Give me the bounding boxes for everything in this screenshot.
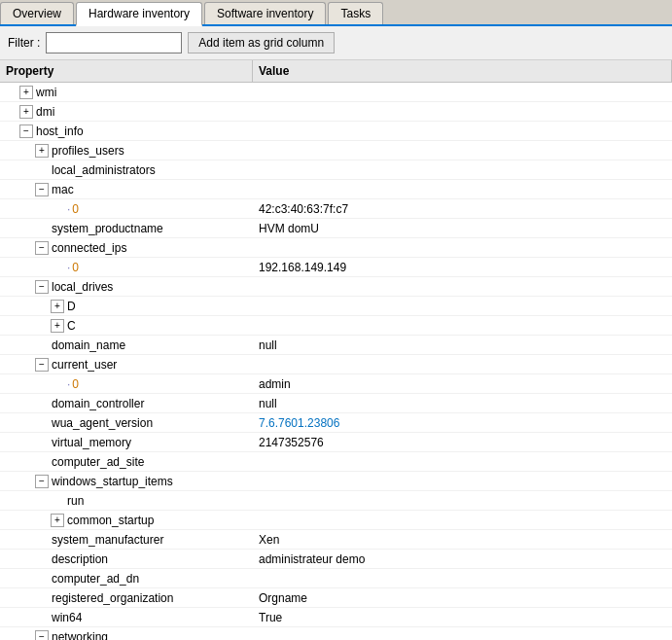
property-key: dmi [36,105,54,119]
tab-software-inventory[interactable]: Software inventory [204,2,326,24]
tabs-bar: OverviewHardware inventorySoftware inven… [0,0,672,26]
table-row[interactable]: +wmi [0,83,672,102]
add-grid-column-button[interactable]: Add item as grid column [188,32,335,53]
collapse-icon[interactable]: − [35,280,49,294]
table-row[interactable]: computer_ad_site [0,452,672,472]
property-key: local_administrators [52,163,156,177]
table-header: Property Value [0,60,672,83]
table-row[interactable]: wua_agent_version7.6.7601.23806 [0,413,672,433]
collapse-icon[interactable]: − [35,183,49,196]
expand-icon[interactable]: + [51,319,64,333]
table-row[interactable]: virtual_memory2147352576 [0,433,672,452]
property-value [253,363,672,367]
table-row[interactable]: local_administrators [0,160,672,180]
filter-input[interactable] [46,32,182,53]
table-row[interactable]: +dmi [0,102,672,122]
collapse-icon[interactable]: − [35,241,49,255]
property-key: profiles_users [52,144,124,158]
collapse-icon[interactable]: − [35,475,49,488]
header-property: Property [0,60,253,82]
table-row[interactable]: domain_namenull [0,336,672,355]
collapse-icon[interactable]: − [35,358,49,372]
filter-bar: Filter : Add item as grid column [0,26,672,60]
table-row[interactable]: +C [0,316,672,336]
expand-icon[interactable]: + [19,105,33,119]
property-key: C [67,319,76,333]
expand-placeholder [51,494,64,508]
table-row[interactable]: −current_user [0,355,672,374]
table-row[interactable]: registered_organizationOrgname [0,588,672,608]
property-key: wua_agent_version [52,416,153,430]
property-value [253,480,672,483]
expand-placeholder [51,261,64,274]
expand-icon[interactable]: + [35,144,49,158]
header-value: Value [253,60,672,82]
expand-placeholder [51,202,64,216]
table-row[interactable]: −windows_startup_items [0,472,672,491]
expand-placeholder [35,163,49,177]
property-key: 0 [72,202,79,216]
property-value: 192.168.149.149 [253,259,672,276]
expand-icon[interactable]: + [51,300,64,313]
table-row[interactable]: −connected_ips [0,238,672,258]
table-row[interactable]: −local_drives [0,277,672,297]
property-key: domain_name [52,338,125,352]
property-value: True [253,609,672,626]
table-row[interactable]: −host_info [0,122,672,141]
table-row[interactable]: · 042:c3:40:63:7f:c7 [0,199,672,219]
property-value [253,149,672,153]
expand-placeholder [35,222,49,235]
expand-placeholder [51,377,64,391]
table-row[interactable]: computer_ad_dn [0,569,672,588]
table-row[interactable]: descriptionadministrateur demo [0,550,672,569]
table-row[interactable]: win64True [0,608,672,627]
table-row[interactable]: +profiles_users [0,141,672,160]
property-key: 0 [72,261,79,274]
property-value: administrateur demo [253,551,672,568]
property-key: mac [52,183,74,196]
property-value [253,246,672,250]
property-value: null [253,337,672,354]
table-row[interactable]: +D [0,297,672,316]
property-value: 7.6.7601.23806 [253,414,672,432]
property-key: computer_ad_dn [52,572,139,586]
property-key: current_user [52,358,117,372]
collapse-icon[interactable]: − [19,124,33,138]
table-row[interactable]: run [0,491,672,511]
table-row[interactable]: · 0admin [0,374,672,394]
tree-rows-container: +wmi+dmi−host_info+profiles_userslocal_a… [0,83,672,640]
tab-tasks[interactable]: Tasks [328,2,383,24]
tree-table[interactable]: Property Value +wmi+dmi−host_info+profil… [0,60,672,640]
property-key: local_drives [52,280,113,294]
property-key: host_info [36,124,84,138]
table-row[interactable]: · 0192.168.149.149 [0,258,672,277]
app-container: OverviewHardware inventorySoftware inven… [0,0,672,640]
property-key: virtual_memory [52,436,131,449]
table-row[interactable]: system_manufacturerXen [0,530,672,550]
filter-label: Filter : [8,36,40,50]
tab-overview[interactable]: Overview [0,2,74,24]
table-row[interactable]: −mac [0,180,672,199]
table-row[interactable]: +common_startup [0,511,672,530]
table-row[interactable]: system_productnameHVM domU [0,219,672,238]
property-key: networking [52,630,108,641]
dot-connector: · [67,202,70,216]
property-value [253,168,672,172]
property-value [253,188,672,192]
dot-connector: · [67,261,70,274]
expand-placeholder [35,416,49,430]
tab-hardware-inventory[interactable]: Hardware inventory [76,2,202,26]
property-key: system_manufacturer [52,533,163,547]
expand-icon[interactable]: + [19,86,33,99]
property-value [253,304,672,308]
collapse-icon[interactable]: − [35,630,49,641]
property-key: run [67,494,84,508]
property-key: win64 [52,611,82,624]
property-value [253,635,672,639]
expand-icon[interactable]: + [51,514,64,527]
table-row[interactable]: −networking [0,627,672,640]
property-key: D [67,300,76,313]
property-value: Xen [253,531,672,549]
expand-placeholder [35,572,49,586]
table-row[interactable]: domain_controllernull [0,394,672,413]
